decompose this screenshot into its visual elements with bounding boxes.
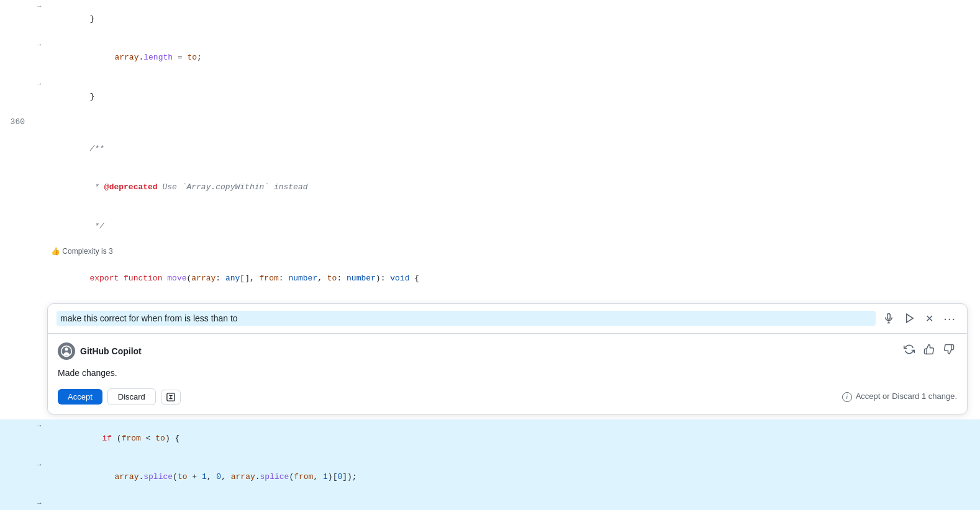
code-line: → array.length = to; — [0, 38, 980, 77]
line-content: } — [50, 0, 980, 38]
function-signature-line: export function move(array: any[], from:… — [0, 259, 980, 298]
change-info-text: Accept or Discard 1 change. — [856, 390, 957, 403]
close-button[interactable]: ✕ — [923, 311, 936, 326]
copilot-header: GitHub Copilot — [58, 342, 957, 360]
code-line-jsdoc-open: /** — [0, 130, 980, 168]
copilot-actions-row: Accept Discard i Accept or Discard 1 cha… — [58, 388, 957, 405]
line-arrow: → — [37, 40, 47, 51]
line-content: } — [50, 78, 980, 116]
more-button[interactable]: ··· — [941, 310, 958, 327]
copilot-panel: ✕ ··· GitHub Copilot — [47, 303, 968, 414]
copilot-message: Made changes. — [58, 366, 957, 380]
copilot-body: GitHub Copilot — [48, 334, 967, 414]
line-content: /** — [50, 130, 980, 168]
svg-marker-3 — [907, 314, 914, 323]
line-arrow: → — [37, 1, 47, 12]
copilot-action-buttons — [901, 342, 957, 359]
top-code-section: → } → array.length = to; → } 360 — [0, 0, 980, 298]
line-content: array.length = to; — [50, 38, 980, 77]
code-line: → } — [0, 0, 980, 38]
accept-button[interactable]: Accept — [58, 389, 102, 405]
thumbs-down-button[interactable] — [941, 342, 957, 359]
left-action-buttons: Accept Discard — [58, 388, 181, 405]
change-info: i Accept or Discard 1 change. — [842, 390, 957, 403]
copilot-input-row: ✕ ··· — [48, 304, 967, 334]
svg-rect-0 — [887, 314, 891, 320]
editor-area: → } → array.length = to; → } 360 — [0, 0, 980, 510]
discard-button[interactable]: Discard — [107, 388, 156, 405]
code-line-360: 360 — [0, 116, 980, 130]
thumbs-up-button[interactable] — [921, 342, 937, 359]
send-button[interactable] — [902, 311, 918, 325]
view-diff-button[interactable] — [161, 390, 181, 405]
line-arrow: → — [37, 460, 47, 471]
diff-content-2: array.splice(to + 1, 0, array.splice(fro… — [50, 459, 980, 497]
code-line: → } — [0, 78, 980, 116]
diff-line-1: → if (from < to) { — [0, 419, 980, 458]
diff-code-section: → if (from < to) { → array.splice(to + 1… — [0, 419, 980, 510]
diff-line-3: → } else { — [0, 497, 980, 510]
refresh-button[interactable] — [901, 342, 917, 359]
code-line-deprecated: * @deprecated Use `Array.copyWithin` ins… — [0, 169, 980, 207]
line-content: */ — [50, 207, 980, 246]
copilot-name: GitHub Copilot — [80, 344, 142, 358]
diff-content-3: } else { — [50, 497, 980, 510]
line-arrow: → — [37, 421, 47, 432]
copilot-avatar — [58, 342, 75, 360]
complexity-line: 👍 Complexity is 3 — [0, 246, 980, 259]
copilot-input[interactable] — [57, 311, 876, 326]
line-arrow: → — [37, 79, 47, 90]
complexity-badge: 👍 Complexity is 3 — [50, 246, 980, 257]
diff-line-2: → array.splice(to + 1, 0, array.splice(f… — [0, 459, 980, 497]
info-icon: i — [842, 392, 852, 402]
mic-button[interactable] — [881, 311, 897, 325]
function-signature-content: export function move(array: any[], from:… — [50, 259, 980, 298]
line-content: * @deprecated Use `Array.copyWithin` ins… — [50, 169, 980, 207]
code-line-jsdoc-close: */ — [0, 207, 980, 246]
line-number-360: 360 — [0, 116, 37, 129]
svg-point-5 — [65, 347, 68, 351]
line-arrow: → — [37, 498, 47, 509]
copilot-title-row: GitHub Copilot — [58, 342, 142, 360]
diff-content-1: if (from < to) { — [50, 419, 980, 458]
